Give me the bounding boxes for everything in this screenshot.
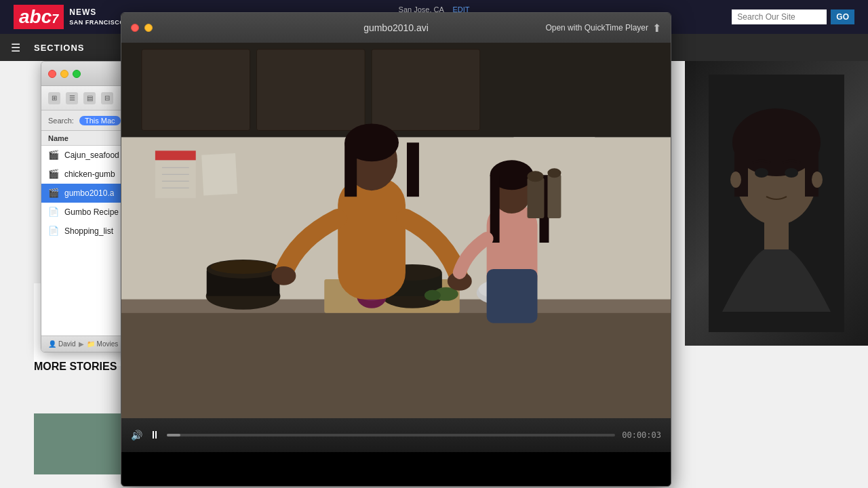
finder-search-label: Search: (48, 117, 74, 125)
news-logo-number: abc7 (14, 5, 64, 29)
qt-share-icon: ⬆ (652, 22, 661, 35)
qt-minimize-button[interactable] (144, 24, 153, 32)
file-name-2: gumbo2010.a (64, 188, 114, 198)
qt-controls-bar: 🔊 ⏸ 00:00:03 (121, 418, 671, 452)
file-name-4: Shopping_list (64, 226, 113, 236)
kitchen-scene-svg (121, 43, 671, 452)
file-icon-2: 🎬 (48, 188, 59, 199)
finder-cover-view-btn[interactable]: ⊟ (101, 92, 113, 104)
file-icon-1: 🎬 (48, 169, 59, 180)
finder-column-view-btn[interactable]: ▤ (83, 92, 96, 104)
face-silhouette-svg (709, 75, 844, 332)
finder-view-icon-btn[interactable]: ⊞ (48, 92, 60, 104)
more-stories-label: MORE STORIES (34, 361, 117, 373)
finder-list-view-btn[interactable]: ☰ (66, 92, 78, 104)
file-icon-0: 🎬 (48, 150, 59, 161)
qt-title: gumbo2010.avi (363, 22, 429, 33)
svg-point-9 (812, 171, 823, 188)
svg-rect-58 (121, 43, 671, 452)
qt-progress-bar[interactable] (167, 434, 615, 436)
qt-volume-button[interactable]: 🔊 (131, 430, 142, 441)
news-logo-text: NEWSSAN FRANCISCO (69, 7, 125, 26)
svg-point-8 (730, 171, 741, 188)
svg-rect-4 (805, 142, 818, 197)
svg-rect-3 (734, 142, 748, 197)
finder-name-column-header[interactable]: Name (48, 134, 68, 142)
qt-close-button[interactable] (131, 24, 139, 32)
qt-pause-button[interactable]: ⏸ (149, 429, 160, 441)
finder-close-button[interactable] (48, 70, 56, 78)
finder-path-folder: 📁 Movies (87, 340, 119, 348)
file-name-3: Gumbo Recipe (64, 207, 119, 217)
qt-progress-fill (167, 434, 180, 436)
qt-titlebar: gumbo2010.avi Open with QuickTime Player… (121, 13, 671, 43)
finder-minimize-button[interactable] (60, 70, 68, 78)
file-name-0: Cajun_seafood (64, 150, 119, 160)
finder-path-user: 👤 David (48, 340, 76, 348)
finder-path-arrow: ▶ (79, 340, 84, 348)
qt-open-label: Open with QuickTime Player (545, 23, 648, 33)
svg-rect-7 (764, 222, 789, 249)
news-go-button[interactable]: GO (831, 9, 854, 24)
sections-label[interactable]: SECTIONS (34, 43, 84, 53)
file-icon-3: 📄 (48, 207, 59, 218)
qt-video-area: 🔊 ⏸ 00:00:03 (121, 43, 671, 452)
quicktime-player-window: gumbo2010.avi Open with QuickTime Player… (121, 12, 671, 487)
file-icon-4: 📄 (48, 226, 59, 237)
hamburger-icon[interactable]: ☰ (11, 41, 20, 54)
person-icon: 👤 (48, 340, 56, 348)
svg-point-5 (755, 168, 768, 178)
face-photo-inner (685, 61, 868, 346)
file-name-1: chicken-gumb (64, 169, 115, 179)
qt-open-with-button[interactable]: Open with QuickTime Player ⬆ (545, 22, 661, 35)
svg-point-6 (785, 168, 798, 178)
folder-icon: 📁 (87, 340, 95, 348)
news-search-input[interactable] (732, 9, 827, 24)
news-face-photo (685, 61, 868, 346)
news-search-area: GO (732, 9, 854, 24)
finder-maximize-button[interactable] (73, 70, 81, 78)
finder-search-scope-tag[interactable]: This Mac (79, 116, 121, 125)
qt-time-display: 00:00:03 (622, 430, 661, 440)
